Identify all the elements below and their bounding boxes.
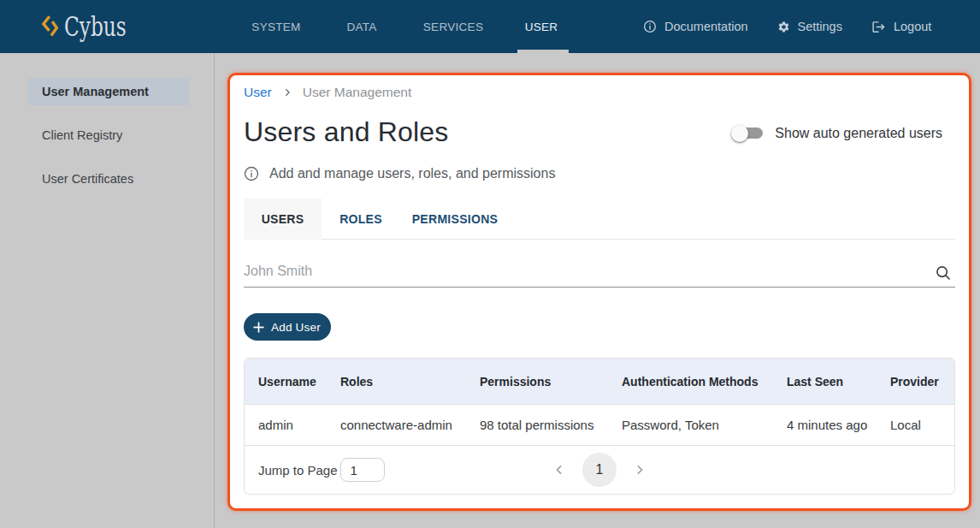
chevron-right-icon (631, 461, 648, 478)
info-icon (244, 166, 259, 181)
sidebar-item-user-certificates[interactable]: User Certificates (28, 165, 189, 193)
table-header-row: Username Roles Permissions Authenticatio… (245, 359, 954, 404)
tab-users[interactable]: USERS (244, 199, 322, 240)
column-header-roles: Roles (327, 359, 466, 404)
search-icon[interactable] (934, 264, 953, 286)
tab-roles[interactable]: ROLES (322, 199, 400, 240)
nav-item-system[interactable]: SYSTEM (251, 0, 300, 53)
content-card: User User Management Users and Roles Sho… (227, 73, 971, 511)
documentation-button[interactable]: Documentation (643, 20, 748, 33)
show-auto-generated-users-switch[interactable] (734, 125, 763, 142)
toggle-label: Show auto generated users (775, 126, 942, 141)
chevron-right-icon (280, 86, 294, 99)
nav-item-data[interactable]: DATA (346, 0, 376, 53)
plus-icon (253, 322, 264, 333)
gear-icon (777, 21, 790, 33)
logout-icon (871, 20, 886, 34)
cell-last-seen: 4 minutes ago (773, 405, 877, 445)
subtitle-row: Add and manage users, roles, and permiss… (244, 165, 955, 182)
chevron-left-icon (551, 461, 568, 478)
info-icon (643, 20, 657, 33)
sidebar: User Management Client Registry User Cer… (0, 53, 215, 528)
page-1-button[interactable]: 1 (582, 453, 617, 487)
nav-item-user[interactable]: USER (525, 0, 558, 53)
cell-provider: Local (877, 405, 955, 445)
cell-username: admin (245, 405, 327, 445)
column-header-last-seen: Last Seen (773, 359, 877, 404)
tabs: USERS ROLES PERMISSIONS (244, 199, 955, 240)
cell-permissions: 98 total permissions (466, 405, 608, 445)
previous-page-button[interactable] (551, 461, 568, 478)
column-header-provider: Provider (877, 359, 955, 404)
cell-auth-methods: Password, Token (608, 405, 773, 445)
settings-button[interactable]: Settings (777, 20, 842, 33)
next-page-button[interactable] (631, 461, 648, 478)
table-row-admin[interactable]: admin connectware-admin 98 total permiss… (245, 404, 954, 445)
column-header-auth-methods: Authentication Methods (608, 359, 773, 404)
jump-to-page-label: Jump to Page (258, 463, 338, 478)
jump-to-page-input[interactable] (340, 458, 385, 482)
sidebar-item-user-management[interactable]: User Management (28, 78, 189, 105)
nav-item-services[interactable]: SERVICES (423, 0, 483, 53)
table-footer: Jump to Page 1 (245, 445, 954, 494)
cybus-logo-icon (41, 15, 58, 37)
cell-roles: connectware-admin (327, 405, 466, 445)
brand[interactable]: Cybus (41, 0, 147, 53)
users-table: Username Roles Permissions Authenticatio… (244, 358, 955, 495)
tab-permissions[interactable]: PERMISSIONS (400, 199, 510, 240)
page-subtitle: Add and manage users, roles, and permiss… (269, 166, 555, 181)
sidebar-item-client-registry[interactable]: Client Registry (28, 122, 189, 149)
column-header-username: Username (245, 359, 327, 404)
add-user-button[interactable]: Add User (244, 313, 331, 341)
auto-generated-users-toggle-group: Show auto generated users (734, 125, 942, 142)
breadcrumb-link-user[interactable]: User (244, 85, 272, 100)
column-header-permissions: Permissions (466, 359, 608, 404)
active-nav-indicator (517, 50, 569, 53)
brand-name: Cybus (64, 11, 127, 42)
pagination: 1 (551, 453, 648, 487)
breadcrumb: User User Management (244, 84, 955, 101)
top-navbar: Cybus SYSTEM DATA SERVICES USER Document… (0, 0, 980, 53)
switch-thumb (731, 125, 748, 142)
search-input[interactable] (244, 260, 955, 287)
nav-utils: Documentation Settings Logout (643, 0, 931, 53)
breadcrumb-current: User Management (303, 85, 412, 100)
page-title: Users and Roles (244, 116, 449, 148)
logout-button[interactable]: Logout (871, 20, 931, 34)
search-field (244, 260, 955, 288)
